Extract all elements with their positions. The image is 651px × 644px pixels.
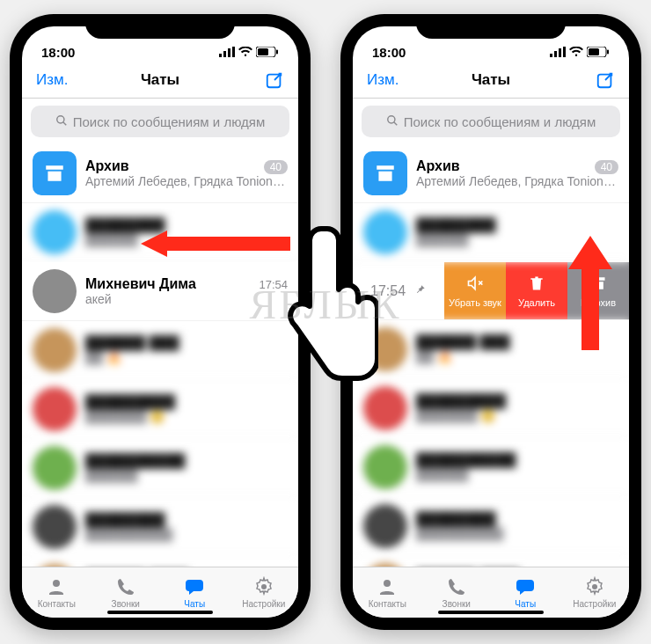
avatar: [363, 210, 407, 254]
home-indicator[interactable]: [107, 611, 213, 614]
delete-label: Удалить: [518, 297, 555, 308]
svg-rect-16: [589, 48, 599, 55]
svg-rect-12: [554, 51, 557, 57]
battery-icon: [256, 45, 279, 60]
svg-point-8: [57, 115, 64, 122]
search-input[interactable]: Поиск по сообщениям и людям: [31, 106, 289, 137]
mute-label: Убрать звук: [449, 297, 501, 308]
archive-title: Архив: [416, 158, 460, 174]
svg-rect-3: [232, 47, 235, 57]
chat-name: Михневич Дима: [85, 276, 196, 292]
search-placeholder: Поиск по сообщениям и людям: [404, 114, 596, 129]
chat-row-blurred[interactable]: ██████████████████: [22, 498, 298, 557]
nav-bar: Изм. Чаты: [22, 62, 298, 99]
svg-rect-2: [228, 48, 230, 57]
notch: [85, 14, 235, 39]
tab-label: Чаты: [184, 599, 205, 609]
svg-rect-1: [223, 51, 226, 57]
wifi-icon: [238, 45, 252, 60]
tab-label: Звонки: [112, 599, 140, 609]
edit-button[interactable]: Изм.: [367, 71, 399, 89]
chat-list[interactable]: Архив 40 Артемий Лебедев, Грядка Toniona…: [22, 144, 298, 567]
chat-row[interactable]: Михневич Дима 17:54 акей: [22, 262, 298, 321]
tab-label: Настройки: [573, 599, 616, 609]
chat-row-blurred[interactable]: ██████████████████: [353, 497, 629, 556]
archive-badge: 40: [264, 160, 288, 174]
svg-rect-0: [219, 54, 222, 57]
swipe-actions-row: 17:54 Убрать звук Удалить: [353, 262, 629, 320]
chat-time: 17:54: [370, 283, 406, 299]
status-time: 18:00: [372, 45, 406, 60]
svg-point-20: [384, 580, 391, 587]
chat-row-blurred[interactable]: ████████████████ 😊: [353, 379, 629, 438]
chat-row-blurred[interactable]: ██████ █████ 🔥: [353, 320, 629, 379]
chat-row-blurred[interactable]: ██████████████: [22, 203, 298, 262]
trash-icon: [528, 274, 545, 294]
tab-label: Звонки: [443, 599, 471, 609]
chat-row-blurred[interactable]: ██████████████: [353, 203, 629, 262]
svg-rect-6: [276, 50, 278, 55]
chat-row-blurred[interactable]: ██████ ████████████: [22, 557, 298, 567]
search-input[interactable]: Поиск по сообщениям и людям: [362, 106, 620, 137]
tab-label: Настройки: [242, 599, 285, 609]
chat-row-blurred[interactable]: ████████████████: [22, 439, 298, 498]
archive-row[interactable]: Архив 40 Артемий Лебедев, Грядка Toniona…: [353, 144, 629, 203]
page-title: Чаты: [141, 71, 179, 89]
svg-point-9: [53, 580, 60, 587]
archive-subtitle: Артемий Лебедев, Грядка Toniona, CocoaHe…: [85, 174, 288, 188]
compose-button[interactable]: [596, 70, 615, 90]
avatar: [33, 210, 77, 254]
archive-icon: [363, 151, 407, 195]
chat-preview: акей: [85, 292, 288, 306]
search-placeholder: Поиск по сообщениям и людям: [73, 114, 266, 129]
svg-rect-17: [607, 50, 609, 55]
archive-button[interactable]: В архив: [567, 262, 629, 319]
archive-title: Архив: [85, 158, 129, 174]
chat-list[interactable]: Архив 40 Артемий Лебедев, Грядка Toniona…: [353, 144, 629, 567]
mute-icon: [466, 274, 484, 294]
tab-label: Контакты: [369, 599, 406, 609]
svg-rect-13: [559, 48, 561, 57]
chat-row-blurred[interactable]: ████████████████: [353, 438, 629, 497]
chat-row-blurred[interactable]: ██████ █████ 🔥: [22, 321, 298, 380]
chat-row-blurred[interactable]: ████████████████ 😊: [22, 380, 298, 439]
svg-rect-11: [550, 54, 552, 57]
archive-row[interactable]: Архив 40 Артемий Лебедев, Грядка Toniona…: [22, 144, 298, 203]
mute-button[interactable]: Убрать звук: [444, 262, 506, 319]
svg-point-21: [592, 584, 597, 589]
nav-bar: Изм. Чаты: [353, 62, 629, 99]
archive-icon: [589, 274, 607, 294]
svg-point-10: [261, 584, 267, 589]
battery-icon: [587, 45, 610, 60]
chat-time: 17:54: [259, 278, 288, 291]
tab-label: Чаты: [515, 599, 536, 609]
search-icon: [386, 114, 399, 129]
tab-contacts[interactable]: Контакты: [22, 567, 91, 618]
phone-left: 18:00 Изм. Чаты: [10, 14, 311, 630]
phone-right: 18:00 Изм. Чаты Поиск по сообщениям и лю…: [340, 14, 641, 630]
tab-settings[interactable]: Настройки: [230, 567, 299, 618]
compose-button[interactable]: [265, 70, 284, 90]
search-icon: [55, 114, 68, 129]
archive-label: В архив: [581, 297, 616, 308]
notch: [416, 14, 566, 39]
tab-settings[interactable]: Настройки: [560, 567, 630, 618]
wifi-icon: [569, 45, 583, 60]
svg-rect-5: [258, 48, 268, 55]
svg-point-19: [388, 115, 395, 122]
status-time: 18:00: [41, 45, 75, 60]
signal-icon: [219, 45, 235, 60]
archive-icon: [33, 151, 77, 195]
signal-icon: [550, 45, 566, 60]
tab-label: Контакты: [38, 599, 76, 609]
home-indicator[interactable]: [438, 611, 544, 614]
chat-row-blurred[interactable]: ██████ ████████████: [353, 556, 629, 567]
edit-button[interactable]: Изм.: [36, 71, 68, 89]
tab-contacts[interactable]: Контакты: [353, 567, 422, 618]
delete-button[interactable]: Удалить: [506, 262, 567, 319]
archive-badge: 40: [595, 160, 618, 174]
pin-icon: [414, 283, 427, 299]
avatar: [33, 269, 77, 313]
archive-subtitle: Артемий Лебедев, Грядка Toniona, CocoaHe…: [416, 174, 618, 188]
page-title: Чаты: [472, 71, 510, 89]
